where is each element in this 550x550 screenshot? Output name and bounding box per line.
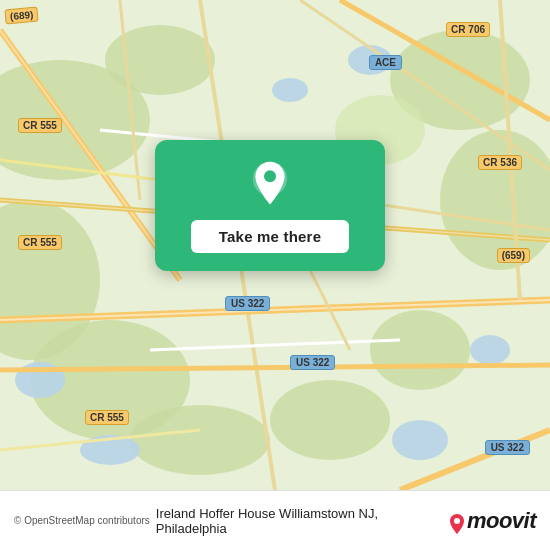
road-label-cr536: CR 536 [478, 155, 522, 170]
svg-point-7 [270, 380, 390, 460]
svg-point-6 [370, 310, 470, 390]
take-me-there-button[interactable]: Take me there [191, 220, 349, 253]
moovit-pin-icon [449, 514, 465, 534]
road-label-cr659: (659) [497, 248, 530, 263]
bottom-bar: © OpenStreetMap contributors Ireland Hof… [0, 490, 550, 550]
take-me-there-card: Take me there [155, 140, 385, 271]
copyright-text: © OpenStreetMap contributors [14, 515, 150, 526]
road-label-cr555-bot: CR 555 [85, 410, 129, 425]
road-label-689: (689) [4, 7, 39, 25]
road-label-us322-3: US 322 [485, 440, 530, 455]
svg-point-37 [264, 170, 276, 182]
road-label-ace: ACE [369, 55, 402, 70]
svg-point-13 [392, 420, 448, 460]
location-text: Ireland Hoffer House Williamstown NJ, Ph… [156, 506, 449, 536]
road-label-us322-1: US 322 [225, 296, 270, 311]
road-label-us322-2: US 322 [290, 355, 335, 370]
road-label-cr555-top: CR 555 [18, 118, 62, 133]
road-label-cr706: CR 706 [446, 22, 490, 37]
road-label-cr555-mid: CR 555 [18, 235, 62, 250]
moovit-logo: moovit [467, 508, 536, 534]
svg-point-14 [470, 335, 510, 365]
location-pin-icon [246, 160, 294, 208]
svg-point-38 [454, 518, 460, 524]
moovit-label: moovit [467, 508, 536, 534]
svg-point-10 [105, 25, 215, 95]
svg-point-16 [272, 78, 308, 102]
svg-point-8 [130, 405, 270, 475]
map-view: (689) CR 706 CR 555 CR 536 ACE CR 555 US… [0, 0, 550, 490]
